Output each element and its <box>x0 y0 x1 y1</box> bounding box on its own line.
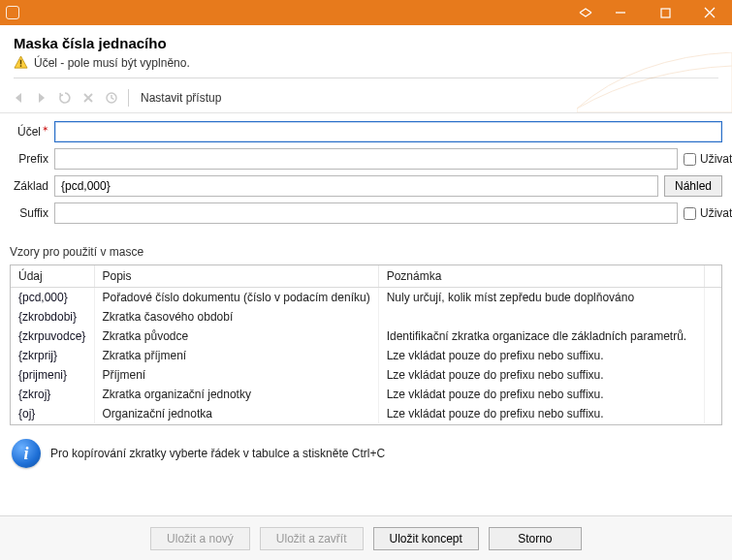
resize-grip-icon <box>573 0 598 25</box>
cell-popis: Zkratka organizační jednotky <box>94 385 378 404</box>
cell-poznamka: Lze vkládat pouze do prefixu nebo suffix… <box>378 365 704 385</box>
dialog-header: Maska čísla jednacího Účel - pole musí b… <box>0 25 732 84</box>
info-bar: i Pro kopírování zkratky vyberte řádek v… <box>12 439 722 468</box>
prefix-editable-check[interactable] <box>684 153 696 166</box>
cell-poznamka: Lze vkládat pouze do prefixu nebo suffix… <box>378 346 704 365</box>
maximize-button[interactable] <box>643 0 687 25</box>
preview-button[interactable]: Náhled <box>664 175 722 197</box>
table-row[interactable]: {pcd,000}Pořadové číslo dokumentu (číslo… <box>11 288 721 308</box>
table-row[interactable]: {zkrpuvodce}Zkratka původceIdentifikační… <box>11 327 721 346</box>
cell-spacer <box>704 365 721 385</box>
prefix-editable-label: Uživatelsky editovatelné <box>700 152 732 166</box>
cell-spacer <box>704 385 721 404</box>
validation-warning-text: Účel - pole musí být vyplněno. <box>34 56 190 70</box>
col-poznamka[interactable]: Poznámka <box>378 265 704 288</box>
dialog-title: Maska čísla jednacího <box>14 35 718 51</box>
validation-warning: Účel - pole musí být vyplněno. <box>14 55 718 70</box>
cell-udaj: {zkrpuvodce} <box>11 327 94 346</box>
cell-udaj: {zkroj} <box>11 385 94 404</box>
dialog-button-bar: Uložit a nový Uložit a zavřít Uložit kon… <box>0 515 732 560</box>
app-icon <box>6 6 19 19</box>
save-and-new-button[interactable]: Uložit a nový <box>150 527 250 550</box>
svg-rect-2 <box>20 60 22 65</box>
save-and-close-button[interactable]: Uložit a zavřít <box>260 527 364 550</box>
info-icon: i <box>12 439 41 468</box>
cell-spacer <box>704 327 721 346</box>
patterns-section: Vzory pro použití v masce Údaj Popis Poz… <box>10 245 722 425</box>
refresh-button[interactable] <box>54 87 76 109</box>
history-button[interactable] <box>101 87 122 109</box>
minimize-button[interactable] <box>598 0 643 25</box>
patterns-title: Vzory pro použití v masce <box>10 245 722 259</box>
cell-popis: Zkratka příjmení <box>94 346 378 365</box>
cell-poznamka: Lze vkládat pouze do prefixu nebo suffix… <box>378 385 704 404</box>
cell-udaj: {oj} <box>11 404 94 423</box>
ucel-input[interactable] <box>54 121 722 142</box>
cell-popis: Pořadové číslo dokumentu (číslo v podací… <box>94 288 378 308</box>
toolbar: Nastavit přístup <box>0 84 732 113</box>
cell-spacer <box>704 404 721 423</box>
close-button[interactable] <box>687 0 732 25</box>
cancel-edit-button[interactable] <box>78 87 99 109</box>
cell-popis: Příjmení <box>94 365 378 385</box>
cell-poznamka <box>378 307 704 327</box>
nav-forward-button[interactable] <box>31 87 52 109</box>
suffix-input[interactable] <box>54 202 678 224</box>
table-row[interactable]: {oj}Organizační jednotkaLze vkládat pouz… <box>11 404 721 423</box>
suffix-editable-label: Uživatelsky editovatelné <box>700 206 732 220</box>
cell-poznamka: Nuly určují, kolik míst zepředu bude dop… <box>378 288 704 308</box>
nav-back-button[interactable] <box>8 87 29 109</box>
col-udaj[interactable]: Údaj <box>11 265 94 288</box>
save-draft-button[interactable]: Uložit koncept <box>373 527 479 550</box>
cell-popis: Organizační jednotka <box>94 404 378 423</box>
zaklad-label: Základ <box>10 179 48 193</box>
cell-spacer <box>704 288 721 308</box>
cell-udaj: {zkrobdobi} <box>11 307 94 327</box>
cell-popis: Zkratka časového období <box>94 307 378 327</box>
toolbar-separator <box>128 89 129 107</box>
table-row[interactable]: {zkroj}Zkratka organizační jednotkyLze v… <box>11 385 721 404</box>
zaklad-input[interactable] <box>54 175 658 197</box>
cell-udaj: {zkrprij} <box>11 346 94 365</box>
divider <box>14 78 718 78</box>
prefix-input[interactable] <box>54 148 678 170</box>
patterns-table-wrap: Údaj Popis Poznámka {pcd,000}Pořadové čí… <box>10 264 722 425</box>
table-header-row: Údaj Popis Poznámka <box>11 265 721 288</box>
cell-udaj: {prijmeni} <box>11 365 94 385</box>
warning-icon <box>14 55 28 70</box>
cell-udaj: {pcd,000} <box>11 288 94 308</box>
suffix-editable-check[interactable] <box>684 207 696 220</box>
col-scroll-spacer <box>704 265 721 288</box>
cancel-button[interactable]: Storno <box>489 527 582 550</box>
prefix-editable-checkbox[interactable]: Uživatelsky editovatelné <box>684 152 722 166</box>
table-row[interactable]: {prijmeni}PříjmeníLze vkládat pouze do p… <box>11 365 721 385</box>
suffix-editable-checkbox[interactable]: Uživatelsky editovatelné <box>684 206 722 220</box>
cell-poznamka: Lze vkládat pouze do prefixu nebo suffix… <box>378 404 704 423</box>
table-row[interactable]: {zkrobdobi}Zkratka časového období <box>11 307 721 327</box>
cell-popis: Zkratka původce <box>94 327 378 346</box>
form: Účel✶ Prefix Uživatelsky editovatelné Zá… <box>0 113 732 232</box>
cell-spacer <box>704 346 721 365</box>
col-popis[interactable]: Popis <box>94 265 378 288</box>
patterns-table: Údaj Popis Poznámka {pcd,000}Pořadové čí… <box>11 265 721 423</box>
svg-rect-1 <box>661 9 670 17</box>
ucel-label: Účel✶ <box>10 125 48 139</box>
table-row[interactable]: {zkrprij}Zkratka příjmeníLze vkládat pou… <box>11 346 721 365</box>
suffix-label: Suffix <box>10 206 48 220</box>
info-text: Pro kopírování zkratky vyberte řádek v t… <box>50 447 385 460</box>
prefix-label: Prefix <box>10 152 48 166</box>
access-settings-button[interactable]: Nastavit přístup <box>135 89 227 107</box>
svg-rect-3 <box>20 65 22 67</box>
window-titlebar <box>0 0 732 25</box>
cell-poznamka: Identifikační zkratka organizace dle zák… <box>378 327 704 346</box>
cell-spacer <box>704 307 721 327</box>
required-mark: ✶ <box>42 124 49 134</box>
